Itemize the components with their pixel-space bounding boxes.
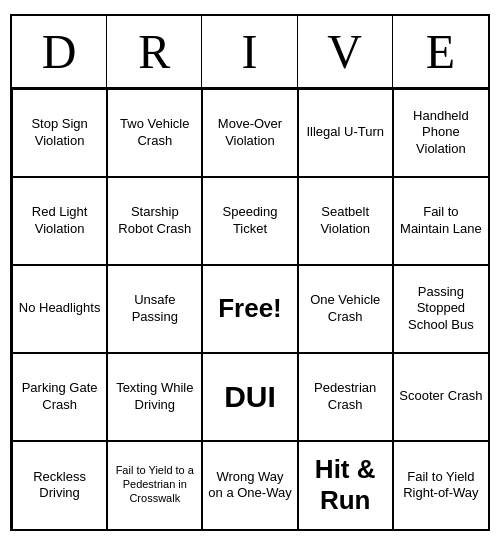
header-letter: V	[298, 16, 393, 87]
bingo-cell: Unsafe Passing	[107, 265, 202, 353]
bingo-cell: Fail to Yield Right-of-Way	[393, 441, 488, 529]
bingo-cell: Scooter Crash	[393, 353, 488, 441]
bingo-cell: Move-Over Violation	[202, 89, 297, 177]
bingo-header: DRIVE	[12, 16, 488, 89]
bingo-cell: Speeding Ticket	[202, 177, 297, 265]
bingo-cell: Passing Stopped School Bus	[393, 265, 488, 353]
bingo-cell: One Vehicle Crash	[298, 265, 393, 353]
header-letter: E	[393, 16, 488, 87]
bingo-cell: Texting While Driving	[107, 353, 202, 441]
bingo-cell: Hit & Run	[298, 441, 393, 529]
bingo-cell: Wrong Way on a One-Way	[202, 441, 297, 529]
bingo-cell: No Headlights	[12, 265, 107, 353]
bingo-cell: Reckless Driving	[12, 441, 107, 529]
bingo-cell: Free!	[202, 265, 297, 353]
header-letter: D	[12, 16, 107, 87]
bingo-cell: Fail to Yield to a Pedestrian in Crosswa…	[107, 441, 202, 529]
bingo-cell: Stop Sign Violation	[12, 89, 107, 177]
bingo-grid: Stop Sign ViolationTwo Vehicle CrashMove…	[12, 89, 488, 529]
bingo-cell: Seatbelt Violation	[298, 177, 393, 265]
bingo-cell: DUI	[202, 353, 297, 441]
bingo-cell: Handheld Phone Violation	[393, 89, 488, 177]
bingo-cell: Illegal U-Turn	[298, 89, 393, 177]
bingo-cell: Pedestrian Crash	[298, 353, 393, 441]
bingo-cell: Parking Gate Crash	[12, 353, 107, 441]
bingo-card: DRIVE Stop Sign ViolationTwo Vehicle Cra…	[10, 14, 490, 531]
bingo-cell: Red Light Violation	[12, 177, 107, 265]
header-letter: R	[107, 16, 202, 87]
header-letter: I	[202, 16, 297, 87]
bingo-cell: Starship Robot Crash	[107, 177, 202, 265]
bingo-cell: Fail to Maintain Lane	[393, 177, 488, 265]
bingo-cell: Two Vehicle Crash	[107, 89, 202, 177]
